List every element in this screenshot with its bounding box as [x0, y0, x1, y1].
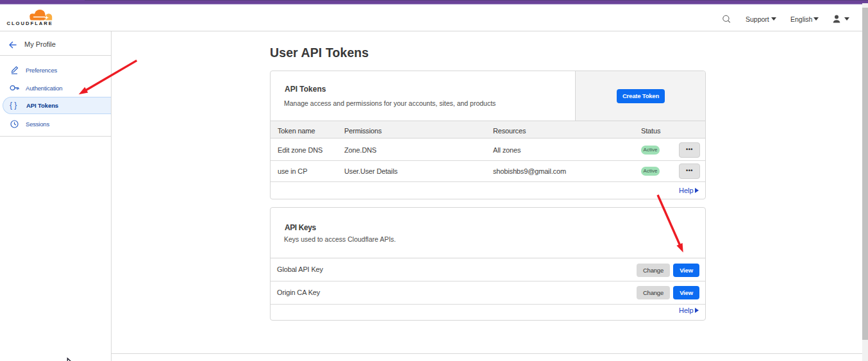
- svg-text:CLOUDFLARE: CLOUDFLARE: [7, 21, 53, 26]
